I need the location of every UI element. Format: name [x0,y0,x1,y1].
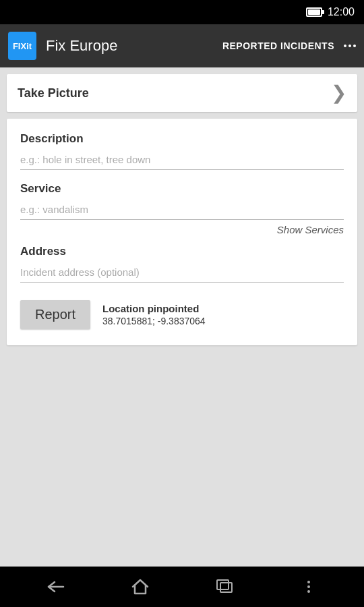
form-card: Description Service Show Services Addres… [7,119,357,345]
address-input[interactable] [20,262,344,283]
location-coords: 38.7015881; -9.3837064 [102,316,206,326]
description-label: Description [20,132,344,146]
show-services-link[interactable]: Show Services [277,224,344,235]
chevron-right-icon: ❯ [331,84,346,103]
recents-button[interactable] [208,571,241,603]
reported-incidents-label[interactable]: REPORTED INCIDENTS [222,40,334,51]
service-label: Service [20,182,344,196]
overflow-menu-icon[interactable] [344,45,356,47]
service-input[interactable] [20,200,344,220]
report-button[interactable]: Report [20,300,90,329]
address-label: Address [20,245,344,258]
status-time: 12:00 [328,6,355,18]
app-bar: FIXit Fix Europe REPORTED INCIDENTS [0,24,364,67]
take-picture-card[interactable]: Take Picture ❯ [7,74,357,112]
take-picture-label: Take Picture [18,86,331,100]
report-row: Report Location pinpointed 38.7015881; -… [20,300,344,329]
battery-icon [306,7,322,17]
home-button[interactable] [124,571,156,603]
bottom-nav [0,567,364,607]
description-input[interactable] [20,150,344,170]
content-area: Take Picture ❯ Description Service Show … [0,67,364,567]
back-button[interactable] [40,571,72,603]
nav-overflow-icon[interactable] [293,571,325,603]
status-bar: 12:00 [0,0,364,24]
app-logo: FIXit [8,32,36,60]
location-info: Location pinpointed 38.7015881; -9.38370… [102,303,206,326]
app-logo-text: FIXit [13,42,32,51]
app-title: Fix Europe [46,37,222,55]
location-title: Location pinpointed [102,303,206,314]
svg-rect-2 [217,580,229,589]
svg-rect-1 [220,583,232,592]
show-services-row: Show Services [20,224,344,235]
